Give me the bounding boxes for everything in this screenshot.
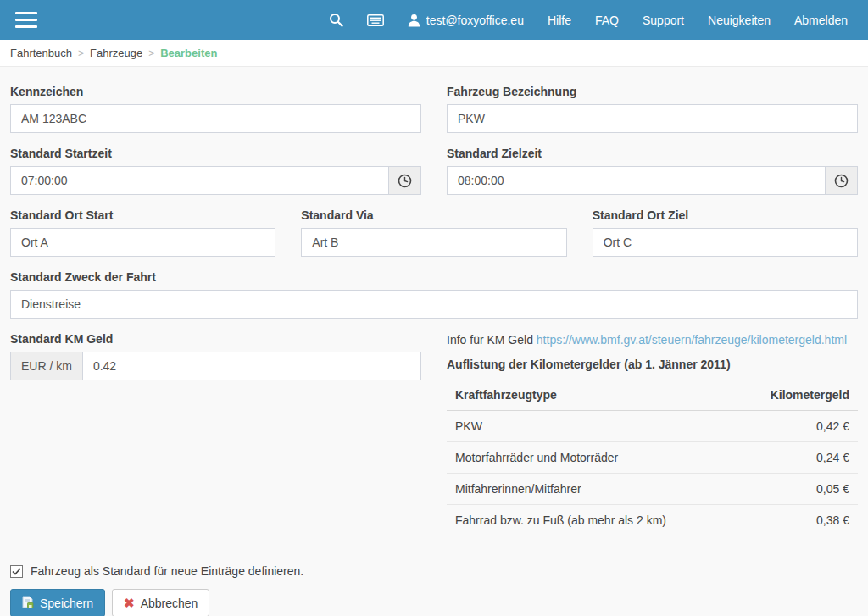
default-vehicle-checkbox-label: Fahrzeug als Standard für neue Einträge … <box>31 564 303 578</box>
nav-abmelden[interactable]: Abmelden <box>782 0 860 40</box>
breadcrumb-fahrtenbuch[interactable]: Fahrtenbuch <box>10 47 72 59</box>
ort-ziel-input[interactable] <box>593 228 858 257</box>
kennzeichen-label: Kennzeichen <box>10 85 421 98</box>
zielzeit-clock-icon[interactable] <box>826 166 858 195</box>
kennzeichen-input[interactable] <box>10 104 421 133</box>
km-geld-unit-addon: EUR / km <box>10 352 82 380</box>
nav-support[interactable]: Support <box>631 0 696 40</box>
bezeichnung-input[interactable] <box>447 104 858 133</box>
table-header-row: Kraftfahrzeugtype Kilometergeld <box>447 380 858 411</box>
menu-toggle-icon[interactable] <box>12 7 41 33</box>
zweck-input[interactable] <box>10 290 858 319</box>
keyboard-icon[interactable] <box>355 0 396 40</box>
top-navbar: test@foxyoffice.eu Hilfe FAQ Support Neu… <box>0 0 868 40</box>
km-geld-info-panel: Info für KM Geld https://www.bmf.gv.at/s… <box>447 332 858 536</box>
col-header-kraftfahrzeugtype: Kraftfahrzeugtype <box>447 380 736 411</box>
startzeit-input[interactable] <box>10 166 389 195</box>
edit-vehicle-form: Kennzeichen Fahrzeug Bezeichnung Standar… <box>0 67 868 616</box>
breadcrumb-separator: > <box>78 47 84 59</box>
user-email: test@foxyoffice.eu <box>426 14 524 27</box>
kilometergeld-table: Kraftfahrzeugtype Kilometergeld PKW 0,42… <box>447 380 858 536</box>
checkmark-icon <box>12 568 21 575</box>
table-row: Motorfahrräder und Motorräder 0,24 € <box>447 442 858 474</box>
km-geld-label: Standard KM Geld <box>10 332 421 346</box>
nav-neuigkeiten[interactable]: Neuigkeiten <box>696 0 782 40</box>
zielzeit-input[interactable] <box>447 166 826 195</box>
km-table-heading: Auflistung der Kilometergelder (ab 1. Jä… <box>447 358 858 371</box>
ort-ziel-label: Standard Ort Ziel <box>593 208 858 222</box>
breadcrumb-fahrzeuge[interactable]: Fahrzeuge <box>90 47 142 59</box>
breadcrumb: Fahrtenbuch > Fahrzeuge > Bearbeiten <box>0 40 868 67</box>
table-row: PKW 0,42 € <box>447 411 858 442</box>
info-label: Info für KM Geld <box>447 333 533 347</box>
search-icon[interactable] <box>317 0 355 40</box>
save-button[interactable]: Speichern <box>10 589 105 616</box>
kilometergeld-info-link[interactable]: https://www.bmf.gv.at/steuern/fahrzeuge/… <box>537 333 847 347</box>
breadcrumb-separator: > <box>148 47 154 59</box>
user-account-menu[interactable]: test@foxyoffice.eu <box>396 0 536 40</box>
via-input[interactable] <box>301 228 566 257</box>
breadcrumb-active-bearbeiten: Bearbeiten <box>160 47 217 59</box>
ort-start-label: Standard Ort Start <box>10 208 275 222</box>
table-row: Mitfahrerinnen/Mitfahrer 0,05 € <box>447 474 858 505</box>
cancel-button[interactable]: ✖ Abbrechen <box>112 589 209 616</box>
save-icon <box>22 596 34 611</box>
user-icon <box>408 14 420 27</box>
col-header-kilometergeld: Kilometergeld <box>736 380 858 411</box>
default-vehicle-checkbox[interactable] <box>10 565 23 578</box>
startzeit-clock-icon[interactable] <box>389 166 421 195</box>
via-label: Standard Via <box>301 208 566 222</box>
zielzeit-label: Standard Zielzeit <box>447 147 858 160</box>
ort-start-input[interactable] <box>10 228 275 257</box>
bezeichnung-label: Fahrzeug Bezeichnung <box>447 85 858 98</box>
nav-hilfe[interactable]: Hilfe <box>536 0 583 40</box>
cancel-x-icon: ✖ <box>124 597 135 609</box>
zweck-label: Standard Zweck der Fahrt <box>10 270 858 284</box>
km-geld-input[interactable] <box>82 352 421 380</box>
startzeit-label: Standard Startzeit <box>10 147 421 160</box>
table-row: Fahrrad bzw. zu Fuß (ab mehr als 2 km) 0… <box>447 505 858 536</box>
nav-faq[interactable]: FAQ <box>583 0 631 40</box>
